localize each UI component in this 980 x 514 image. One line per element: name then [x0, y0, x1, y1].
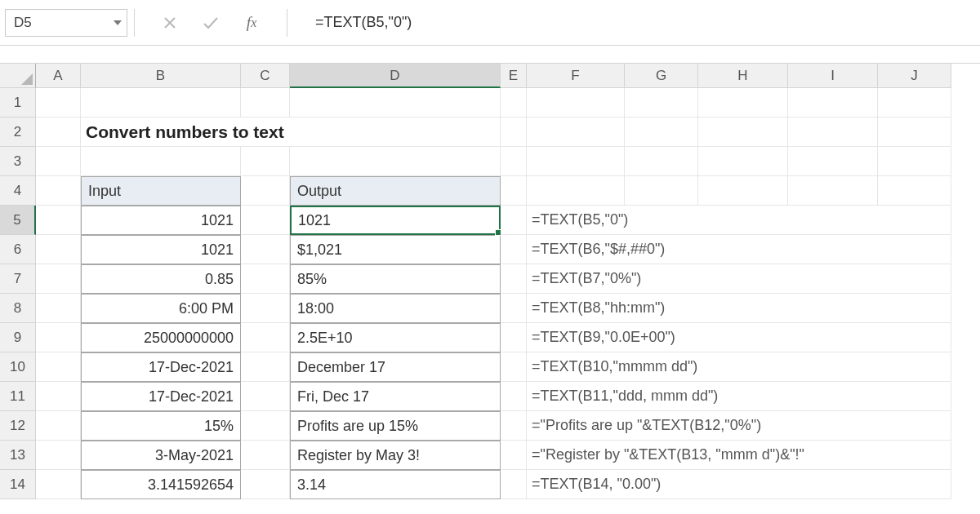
cell[interactable] — [501, 323, 527, 352]
cell[interactable] — [241, 441, 290, 470]
cell-input[interactable]: 17-Dec-2021 — [81, 382, 241, 411]
cell-output[interactable]: Profits are up 15% — [290, 411, 501, 441]
row-header-6[interactable]: 6 — [0, 235, 36, 264]
cell[interactable] — [527, 176, 625, 206]
cell[interactable] — [698, 117, 788, 147]
cell[interactable] — [501, 88, 527, 117]
cell[interactable] — [81, 147, 241, 176]
row-header-14[interactable]: 14 — [0, 470, 36, 499]
col-header-A[interactable]: A — [36, 64, 81, 88]
cell-output[interactable]: 85% — [290, 264, 501, 294]
row-header-4[interactable]: 4 — [0, 176, 36, 206]
cell-formula[interactable]: ="Profits are up "&TEXT(B12,"0%") — [527, 411, 951, 441]
cell[interactable] — [241, 382, 290, 411]
cell[interactable] — [501, 382, 527, 411]
cell-input[interactable]: 3-May-2021 — [81, 441, 241, 470]
table-header-output[interactable]: Output — [290, 176, 501, 206]
cell[interactable] — [241, 147, 290, 176]
row-header-12[interactable]: 12 — [0, 411, 36, 441]
cell[interactable] — [527, 147, 625, 176]
fx-icon[interactable]: fx — [243, 14, 261, 32]
cell[interactable] — [501, 235, 527, 264]
cell-input[interactable]: 0.85 — [81, 264, 241, 294]
cell-formula[interactable]: =TEXT(B5,"0") — [527, 206, 951, 235]
cell[interactable] — [501, 264, 527, 294]
cell[interactable] — [36, 352, 81, 382]
cell[interactable] — [241, 352, 290, 382]
col-header-H[interactable]: H — [698, 64, 788, 88]
cell[interactable] — [788, 176, 878, 206]
cell-output[interactable]: 18:00 — [290, 294, 501, 323]
formula-input[interactable]: =TEXT(B5,"0") — [294, 14, 975, 31]
row-header-9[interactable]: 9 — [0, 323, 36, 352]
cell[interactable] — [501, 441, 527, 470]
cell[interactable] — [241, 176, 290, 206]
cell[interactable] — [36, 382, 81, 411]
cell[interactable] — [241, 294, 290, 323]
cell-output[interactable]: $1,021 — [290, 235, 501, 264]
row-header-10[interactable]: 10 — [0, 352, 36, 382]
cell[interactable] — [698, 147, 788, 176]
cell[interactable] — [878, 117, 951, 147]
cell-formula[interactable]: =TEXT(B8,"hh:mm") — [527, 294, 951, 323]
cell[interactable] — [241, 235, 290, 264]
cell[interactable] — [36, 264, 81, 294]
cell[interactable] — [36, 470, 81, 499]
cell[interactable] — [501, 147, 527, 176]
cell-formula[interactable]: ="Register by "&TEXT(B13, "mmm d")&"!" — [527, 441, 951, 470]
cell[interactable] — [698, 88, 788, 117]
table-header-input[interactable]: Input — [81, 176, 241, 206]
cell[interactable] — [501, 352, 527, 382]
cell-input[interactable]: 6:00 PM — [81, 294, 241, 323]
cell[interactable] — [878, 147, 951, 176]
cell-input[interactable]: 1021 — [81, 206, 241, 235]
cell[interactable] — [36, 294, 81, 323]
cell-input[interactable]: 25000000000 — [81, 323, 241, 352]
cell-input[interactable]: 1021 — [81, 235, 241, 264]
cell-formula[interactable]: =TEXT(B11,"ddd, mmm dd") — [527, 382, 951, 411]
row-header-3[interactable]: 3 — [0, 147, 36, 176]
cell[interactable] — [36, 88, 81, 117]
cell[interactable] — [241, 470, 290, 499]
cell-formula[interactable]: =TEXT(B9,"0.0E+00") — [527, 323, 951, 352]
cell[interactable] — [241, 411, 290, 441]
cell-formula[interactable]: =TEXT(B14, "0.00") — [527, 470, 951, 499]
cell[interactable] — [788, 88, 878, 117]
col-header-D[interactable]: D — [290, 64, 501, 88]
cell[interactable] — [625, 88, 698, 117]
cell[interactable] — [625, 176, 698, 206]
row-header-11[interactable]: 11 — [0, 382, 36, 411]
cell-output[interactable]: 3.14 — [290, 470, 501, 499]
cell[interactable] — [501, 294, 527, 323]
cell[interactable] — [36, 323, 81, 352]
row-header-2[interactable]: 2 — [0, 117, 36, 147]
cell[interactable] — [36, 176, 81, 206]
col-header-B[interactable]: B — [81, 64, 241, 88]
cell-input[interactable]: 3.141592654 — [81, 470, 241, 499]
col-header-F[interactable]: F — [527, 64, 625, 88]
cancel-icon[interactable] — [161, 14, 179, 32]
cell[interactable] — [625, 147, 698, 176]
cell-output[interactable]: Fri, Dec 17 — [290, 382, 501, 411]
cell[interactable] — [241, 323, 290, 352]
cell-formula[interactable]: =TEXT(B7,"0%") — [527, 264, 951, 294]
cell[interactable] — [241, 88, 290, 117]
cell[interactable] — [36, 235, 81, 264]
cell[interactable] — [36, 206, 81, 235]
cell[interactable] — [698, 176, 788, 206]
cell[interactable] — [36, 411, 81, 441]
cell-input[interactable]: 17-Dec-2021 — [81, 352, 241, 382]
cell[interactable] — [788, 117, 878, 147]
col-header-I[interactable]: I — [788, 64, 878, 88]
cell[interactable] — [36, 117, 81, 147]
cell-output[interactable]: 2.5E+10 — [290, 323, 501, 352]
cell[interactable] — [878, 176, 951, 206]
cell-input[interactable]: 15% — [81, 411, 241, 441]
name-box[interactable]: D5 — [5, 9, 127, 37]
cell[interactable] — [241, 264, 290, 294]
col-header-E[interactable]: E — [501, 64, 527, 88]
row-header-13[interactable]: 13 — [0, 441, 36, 470]
row-header-5[interactable]: 5 — [0, 206, 36, 235]
cell[interactable] — [501, 206, 527, 235]
cell-selected[interactable]: 1021 — [290, 206, 501, 235]
